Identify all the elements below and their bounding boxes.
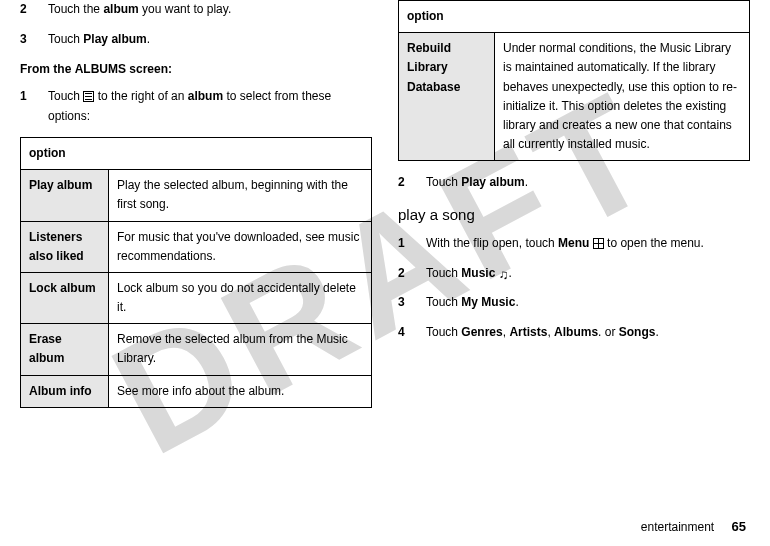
list-icon: [83, 91, 94, 102]
song-step-2: 2 Touch Music ♫.: [398, 264, 750, 284]
table-header-row: option: [399, 1, 750, 33]
step-number: 1: [398, 234, 426, 254]
page-footer: entertainment 65: [641, 519, 746, 534]
left-option-table: option Play album Play the selected albu…: [20, 137, 372, 408]
option-desc: Lock album so you do not accidentally de…: [109, 272, 372, 323]
right-column: option Rebuild Library Database Under no…: [398, 0, 750, 408]
condensed-text: Artists: [509, 325, 547, 339]
option-label: Lock album: [21, 272, 109, 323]
albums-screen-heading: From the ALBUMS screen:: [20, 60, 372, 80]
option-desc: Play the selected album, beginning with …: [109, 170, 372, 221]
condensed-text: Genres: [461, 325, 502, 339]
song-step-3: 3 Touch My Music.: [398, 293, 750, 313]
condensed-text: ALBUMS screen: [75, 62, 168, 76]
music-note-icon: ♫: [499, 269, 509, 280]
text: :: [168, 62, 172, 76]
play-a-song-heading: play a song: [398, 203, 750, 228]
step-number: 3: [398, 293, 426, 313]
step-body: With the flip open, touch Menu to open t…: [426, 234, 750, 254]
step-body: Touch Music ♫.: [426, 264, 750, 284]
table-row: Play album Play the selected album, begi…: [21, 170, 372, 221]
song-step-4: 4 Touch Genres, Artists, Albums. or Song…: [398, 323, 750, 343]
condensed-text: Menu: [558, 236, 589, 250]
text: Touch: [426, 295, 461, 309]
right-option-table: option Rebuild Library Database Under no…: [398, 0, 750, 161]
table-row: Album info See more info about the album…: [21, 375, 372, 407]
option-label: Erase album: [21, 324, 109, 375]
text: With the flip open, touch: [426, 236, 558, 250]
step-body: Touch Genres, Artists, Albums. or Songs.: [426, 323, 750, 343]
right-step-2: 2 Touch Play album.: [398, 173, 750, 193]
text: From the: [20, 62, 75, 76]
left-sub-step-1: 1 Touch to the right of an album to sele…: [20, 87, 372, 127]
step-body: Touch to the right of an album to select…: [48, 87, 372, 127]
option-desc: See more info about the album.: [109, 375, 372, 407]
table-row: Lock album Lock album so you do not acci…: [21, 272, 372, 323]
table-header: option: [399, 1, 750, 33]
table-header-row: option: [21, 137, 372, 169]
song-step-1: 1 With the flip open, touch Menu to open…: [398, 234, 750, 254]
condensed-text: My Music: [461, 295, 515, 309]
left-step-2: 2 Touch the album you want to play.: [20, 0, 372, 20]
condensed-text: Music: [461, 266, 495, 280]
menu-grid-icon: [593, 238, 604, 249]
option-label: Listeners also liked: [21, 221, 109, 272]
text: to open the menu.: [604, 236, 704, 250]
option-label: Play album: [21, 170, 109, 221]
section-name: entertainment: [641, 520, 714, 534]
text: Touch: [48, 89, 83, 103]
page-content: 2 Touch the album you want to play. 3 To…: [0, 0, 770, 408]
condensed-text: Play album: [461, 175, 524, 189]
step-body: Touch My Music.: [426, 293, 750, 313]
step-number: 3: [20, 30, 48, 50]
left-step-3: 3 Touch Play album.: [20, 30, 372, 50]
text: .: [508, 266, 511, 280]
condensed-text: Songs: [619, 325, 656, 339]
step-number: 2: [398, 173, 426, 193]
step-body: Touch the album you want to play.: [48, 0, 372, 20]
step-body: Touch Play album.: [426, 173, 750, 193]
bold-text: album: [103, 2, 138, 16]
left-column: 2 Touch the album you want to play. 3 To…: [20, 0, 372, 408]
text: Touch: [426, 266, 461, 280]
condensed-text: Play album: [83, 32, 146, 46]
text: .: [515, 295, 518, 309]
table-row: Erase album Remove the selected album fr…: [21, 324, 372, 375]
table-row: Rebuild Library Database Under normal co…: [399, 33, 750, 161]
step-number: 4: [398, 323, 426, 343]
text: you want to play.: [139, 2, 232, 16]
step-number: 2: [20, 0, 48, 20]
text: .: [147, 32, 150, 46]
text: . or: [598, 325, 619, 339]
condensed-text: Albums: [554, 325, 598, 339]
step-number: 2: [398, 264, 426, 284]
page-number: 65: [732, 519, 746, 534]
option-desc: Under normal conditions, the Music Libra…: [495, 33, 750, 161]
option-desc: For music that you've downloaded, see mu…: [109, 221, 372, 272]
option-desc: Remove the selected album from the Music…: [109, 324, 372, 375]
bold-text: album: [188, 89, 223, 103]
text: to the right of an: [94, 89, 187, 103]
option-label: Album info: [21, 375, 109, 407]
table-row: Listeners also liked For music that you'…: [21, 221, 372, 272]
step-body: Touch Play album.: [48, 30, 372, 50]
text: Touch: [48, 32, 83, 46]
table-header: option: [21, 137, 372, 169]
text: .: [655, 325, 658, 339]
option-label: Rebuild Library Database: [399, 33, 495, 161]
step-number: 1: [20, 87, 48, 127]
text: Touch: [426, 175, 461, 189]
text: Touch: [426, 325, 461, 339]
text: Touch the: [48, 2, 103, 16]
text: .: [525, 175, 528, 189]
